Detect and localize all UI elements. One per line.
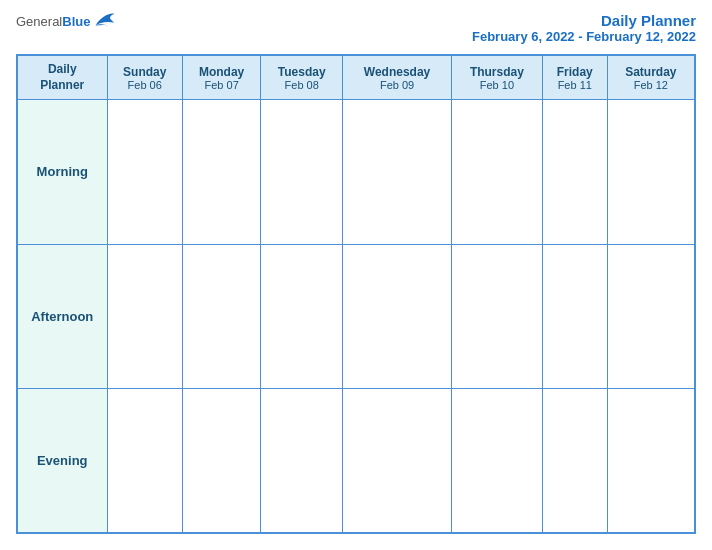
row-afternoon: Afternoon bbox=[17, 244, 695, 388]
day-name-friday: Friday bbox=[547, 65, 603, 79]
cell-evening-tuesday[interactable] bbox=[261, 389, 343, 533]
cell-morning-tuesday[interactable] bbox=[261, 100, 343, 244]
header-label-text: DailyPlanner bbox=[40, 62, 84, 92]
cell-evening-sunday[interactable] bbox=[107, 389, 182, 533]
logo-text: GeneralBlue bbox=[16, 12, 90, 30]
cell-morning-sunday[interactable] bbox=[107, 100, 182, 244]
cell-afternoon-tuesday[interactable] bbox=[261, 244, 343, 388]
day-name-monday: Monday bbox=[187, 65, 256, 79]
table-header-label: DailyPlanner bbox=[17, 55, 107, 100]
logo: GeneralBlue bbox=[16, 12, 116, 30]
cell-morning-thursday[interactable] bbox=[451, 100, 542, 244]
cell-morning-wednesday[interactable] bbox=[343, 100, 452, 244]
day-name-saturday: Saturday bbox=[612, 65, 690, 79]
day-date-saturday: Feb 12 bbox=[612, 79, 690, 91]
cell-evening-monday[interactable] bbox=[182, 389, 260, 533]
date-range: February 6, 2022 - February 12, 2022 bbox=[472, 29, 696, 44]
cell-evening-saturday[interactable] bbox=[607, 389, 695, 533]
day-date-thursday: Feb 10 bbox=[456, 79, 538, 91]
cell-afternoon-sunday[interactable] bbox=[107, 244, 182, 388]
row-morning: Morning bbox=[17, 100, 695, 244]
day-name-thursday: Thursday bbox=[456, 65, 538, 79]
cell-evening-friday[interactable] bbox=[542, 389, 607, 533]
cell-afternoon-monday[interactable] bbox=[182, 244, 260, 388]
day-name-sunday: Sunday bbox=[112, 65, 178, 79]
day-date-friday: Feb 11 bbox=[547, 79, 603, 91]
col-header-sunday: Sunday Feb 06 bbox=[107, 55, 182, 100]
col-header-tuesday: Tuesday Feb 08 bbox=[261, 55, 343, 100]
page-header: GeneralBlue Daily Planner February 6, 20… bbox=[16, 12, 696, 44]
row-evening: Evening bbox=[17, 389, 695, 533]
row-label-afternoon: Afternoon bbox=[17, 244, 107, 388]
cell-afternoon-friday[interactable] bbox=[542, 244, 607, 388]
row-label-evening: Evening bbox=[17, 389, 107, 533]
day-date-wednesday: Feb 09 bbox=[347, 79, 447, 91]
cell-evening-wednesday[interactable] bbox=[343, 389, 452, 533]
day-date-sunday: Feb 06 bbox=[112, 79, 178, 91]
table-header-row: DailyPlanner Sunday Feb 06 Monday Feb 07… bbox=[17, 55, 695, 100]
cell-afternoon-wednesday[interactable] bbox=[343, 244, 452, 388]
day-name-wednesday: Wednesday bbox=[347, 65, 447, 79]
col-header-thursday: Thursday Feb 10 bbox=[451, 55, 542, 100]
cell-morning-friday[interactable] bbox=[542, 100, 607, 244]
cell-morning-monday[interactable] bbox=[182, 100, 260, 244]
day-date-monday: Feb 07 bbox=[187, 79, 256, 91]
calendar-table: DailyPlanner Sunday Feb 06 Monday Feb 07… bbox=[16, 54, 696, 534]
day-name-tuesday: Tuesday bbox=[265, 65, 338, 79]
col-header-wednesday: Wednesday Feb 09 bbox=[343, 55, 452, 100]
cell-morning-saturday[interactable] bbox=[607, 100, 695, 244]
day-date-tuesday: Feb 08 bbox=[265, 79, 338, 91]
cell-afternoon-saturday[interactable] bbox=[607, 244, 695, 388]
row-label-morning: Morning bbox=[17, 100, 107, 244]
col-header-saturday: Saturday Feb 12 bbox=[607, 55, 695, 100]
col-header-friday: Friday Feb 11 bbox=[542, 55, 607, 100]
title-area: Daily Planner February 6, 2022 - Februar… bbox=[472, 12, 696, 44]
logo-general: General bbox=[16, 14, 62, 29]
col-header-monday: Monday Feb 07 bbox=[182, 55, 260, 100]
cell-evening-thursday[interactable] bbox=[451, 389, 542, 533]
logo-blue: Blue bbox=[62, 14, 90, 29]
page-title: Daily Planner bbox=[472, 12, 696, 29]
logo-bird-icon bbox=[94, 12, 116, 30]
cell-afternoon-thursday[interactable] bbox=[451, 244, 542, 388]
